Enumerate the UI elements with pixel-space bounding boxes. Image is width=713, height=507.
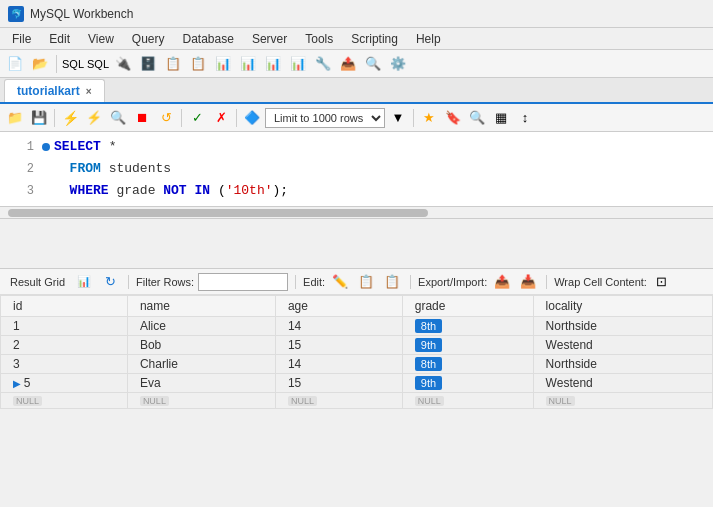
editor-line-2: 2 FROM students	[0, 158, 713, 180]
btn6[interactable]: 📋	[162, 53, 184, 75]
open-file-btn[interactable]: 📂	[29, 53, 51, 75]
main-area: 📄 📂 SQL SQL 🔌 🗄️ 📋 📋 📊 📊 📊 📊 🔧 📤 🔍 ⚙️ tu…	[0, 50, 713, 507]
sep3	[181, 109, 182, 127]
filter-input[interactable]	[198, 273, 288, 291]
sep8	[410, 275, 411, 289]
edit-btn2[interactable]: 📋	[355, 271, 377, 293]
cell-age: 15	[275, 374, 402, 393]
btn4[interactable]: 🔌	[112, 53, 134, 75]
tab-label: tutorialkart	[17, 84, 80, 98]
tab-close-btn[interactable]: ×	[86, 86, 92, 97]
menu-tools[interactable]: Tools	[297, 30, 341, 48]
export-btn1[interactable]: 📤	[491, 271, 513, 293]
edit-btn3[interactable]: 📋	[381, 271, 403, 293]
icon-toolbar: 📄 📂 SQL SQL 🔌 🗄️ 📋 📋 📊 📊 📊 📊 🔧 📤 🔍 ⚙️	[0, 50, 713, 78]
menu-scripting[interactable]: Scripting	[343, 30, 406, 48]
menu-query[interactable]: Query	[124, 30, 173, 48]
btn7[interactable]: 📋	[187, 53, 209, 75]
export-btn2[interactable]: 📥	[517, 271, 539, 293]
line-number-1: 1	[4, 136, 34, 158]
table-row[interactable]: 2 Bob 15 9th Westend	[1, 336, 713, 355]
cell-name: Bob	[127, 336, 275, 355]
explain-btn[interactable]: 🔍	[107, 107, 129, 129]
col-header-locality: locality	[533, 296, 712, 317]
wrap-btn[interactable]: ↕	[514, 107, 536, 129]
btn12[interactable]: 🔧	[312, 53, 334, 75]
dropdown-btn[interactable]: ▼	[387, 107, 409, 129]
sep6	[128, 275, 129, 289]
btn15[interactable]: ⚙️	[387, 53, 409, 75]
btn10[interactable]: 📊	[262, 53, 284, 75]
stop-btn[interactable]: ⏹	[131, 107, 153, 129]
line-indicator-1	[42, 143, 50, 151]
cell-locality: Northside	[533, 355, 712, 374]
menu-file[interactable]: File	[4, 30, 39, 48]
menubar: File Edit View Query Database Server Too…	[0, 28, 713, 50]
result-refresh-btn[interactable]: ↻	[99, 271, 121, 293]
cell-id: 1	[1, 317, 128, 336]
menu-server[interactable]: Server	[244, 30, 295, 48]
star-btn[interactable]: ★	[418, 107, 440, 129]
query-toolbar: 📁 💾 ⚡ ⚡ 🔍 ⏹ ↺ ✓ ✗ 🔷 Limit to 1000 rows ▼…	[0, 104, 713, 132]
cell-null-age: NULL	[275, 393, 402, 409]
menu-edit[interactable]: Edit	[41, 30, 78, 48]
btn5[interactable]: 🗄️	[137, 53, 159, 75]
btn11[interactable]: 📊	[287, 53, 309, 75]
query-tab[interactable]: tutorialkart ×	[4, 79, 105, 102]
new-file-btn[interactable]: 📄	[4, 53, 26, 75]
wrap-label: Wrap Cell Content:	[554, 276, 647, 288]
col-btn[interactable]: ▦	[490, 107, 512, 129]
btn9[interactable]: 📊	[237, 53, 259, 75]
editor-line-3: 3 WHERE grade NOT IN ('10th');	[0, 180, 713, 202]
cell-id: 2	[1, 336, 128, 355]
save-query-btn[interactable]: 💾	[28, 107, 50, 129]
menu-help[interactable]: Help	[408, 30, 449, 48]
app-title: MySQL Workbench	[30, 7, 133, 21]
cancel-btn[interactable]: ✗	[210, 107, 232, 129]
line-content-2: FROM students	[54, 158, 171, 180]
editor-hscrollbar[interactable]	[0, 207, 713, 219]
refresh-btn[interactable]: ↺	[155, 107, 177, 129]
btn14[interactable]: 🔍	[362, 53, 384, 75]
editor-line-1: 1 SELECT *	[0, 136, 713, 158]
result-grid-btn[interactable]: Result Grid	[6, 275, 69, 289]
result-grid: id name age grade locality 1 Alice 14 8t…	[0, 295, 713, 507]
cell-null-grade: NULL	[402, 393, 533, 409]
menu-database[interactable]: Database	[175, 30, 242, 48]
cell-name: Alice	[127, 317, 275, 336]
btn13[interactable]: 📤	[337, 53, 359, 75]
sql-editor[interactable]: 1 SELECT * 2 FROM students 3 WHERE grade…	[0, 132, 713, 207]
editor-section: 📁 💾 ⚡ ⚡ 🔍 ⏹ ↺ ✓ ✗ 🔷 Limit to 1000 rows ▼…	[0, 104, 713, 269]
limit-select[interactable]: Limit to 1000 rows	[265, 108, 385, 128]
table-row[interactable]: 3 Charlie 14 8th Northside	[1, 355, 713, 374]
table-header-row: id name age grade locality	[1, 296, 713, 317]
bookmark-btn[interactable]: 🔖	[442, 107, 464, 129]
execute-selected-btn[interactable]: ⚡	[83, 107, 105, 129]
row-arrow-icon: ▶	[13, 378, 24, 389]
line-content-3: WHERE grade NOT IN ('10th');	[54, 180, 288, 202]
menu-view[interactable]: View	[80, 30, 122, 48]
check-btn[interactable]: ✓	[186, 107, 208, 129]
table-row[interactable]: 1 Alice 14 8th Northside	[1, 317, 713, 336]
hscrollbar-thumb[interactable]	[8, 209, 428, 217]
schema-btn[interactable]: 🔷	[241, 107, 263, 129]
cell-grade: 9th	[402, 374, 533, 393]
wrap-content-btn[interactable]: ⊡	[651, 271, 673, 293]
result-section: Result Grid 📊 ↻ Filter Rows: Edit: ✏️ 📋 …	[0, 269, 713, 507]
result-chart-btn[interactable]: 📊	[73, 271, 95, 293]
table-row[interactable]: ▶ 5 Eva 15 9th Westend	[1, 374, 713, 393]
btn2[interactable]: SQL	[62, 53, 84, 75]
sep1	[56, 55, 57, 73]
cell-grade: 9th	[402, 336, 533, 355]
btn3[interactable]: SQL	[87, 53, 109, 75]
sep4	[236, 109, 237, 127]
execute-btn[interactable]: ⚡	[59, 107, 81, 129]
line-number-2: 2	[4, 158, 34, 180]
btn8[interactable]: 📊	[212, 53, 234, 75]
open-query-btn[interactable]: 📁	[4, 107, 26, 129]
cell-name: Charlie	[127, 355, 275, 374]
sep2	[54, 109, 55, 127]
edit-btn1[interactable]: ✏️	[329, 271, 351, 293]
search-btn[interactable]: 🔍	[466, 107, 488, 129]
new-row[interactable]: NULL NULL NULL NULL NULL	[1, 393, 713, 409]
